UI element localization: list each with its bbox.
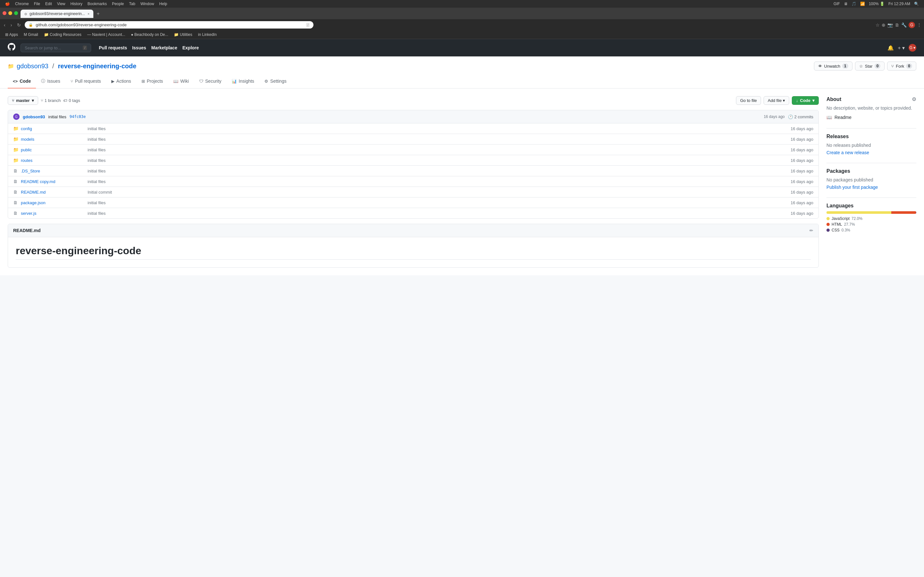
bookmark-utilities[interactable]: 📁 Utilities [171,32,195,37]
tab-settings[interactable]: ⚙ Settings [259,74,292,89]
github-search[interactable]: Search or jump to... / [21,44,91,52]
menu-edit[interactable]: Edit [45,2,52,6]
profile-icon[interactable]: G [909,22,915,28]
goto-file-button[interactable]: Go to file [736,96,761,105]
new-item-icon[interactable]: + ▾ [898,45,905,51]
file-time-models: 16 days ago [790,137,813,142]
menu-chrome[interactable]: Chrome [15,2,29,6]
commit-hash-link[interactable]: 94fc03e [69,114,86,119]
menu-history[interactable]: History [71,2,82,6]
bookmark-star-icon[interactable]: ☆ [876,23,880,27]
tab-wiki[interactable]: 📖 Wiki [168,74,194,89]
readme-edit-button[interactable]: ✏ [809,228,813,233]
nav-issues[interactable]: Issues [132,45,146,50]
bookmark-linkedin[interactable]: in LinkedIn [195,32,219,37]
menu-tab[interactable]: Tab [129,2,135,6]
file-name-public[interactable]: public [21,147,85,152]
tab-projects[interactable]: ⊞ Projects [136,74,168,89]
back-button[interactable]: ‹ [3,22,7,28]
macos-status-icons: GIF 🖥 🎵 📶 100% 🔋 Fri 12:29 AM 🔍 [834,2,919,6]
commit-count-link[interactable]: 🕐 2 commits [788,114,813,119]
file-name-readme-copy[interactable]: README copy.md [21,179,85,184]
macos-menubar: 🍎 Chrome File Edit View History Bookmark… [0,0,924,8]
reload-button[interactable]: ↻ [16,22,22,28]
about-title: About [827,97,841,102]
language-item-html[interactable]: HTML 27.7% [827,222,916,227]
minimize-window-button[interactable] [8,11,12,15]
star-count: 0 [875,63,881,69]
folder-icon: 📁 [13,147,18,152]
css-lang-name: CSS [832,228,840,232]
nav-marketplace[interactable]: Marketplace [152,45,178,50]
ext-icon-4[interactable]: 🔧 [901,23,907,27]
fork-button[interactable]: ⑂ Fork 0 [887,61,916,71]
tab-issues[interactable]: ⓘ Issues [36,74,65,89]
tab-insights[interactable]: 📊 Insights [226,74,259,89]
file-name-readme[interactable]: README.md [21,190,85,195]
file-row-models: 📁 models initial files 16 days ago [8,134,819,145]
tags-link[interactable]: 🏷 0 tags [63,98,80,103]
github-logo[interactable] [8,43,15,53]
file-name-server[interactable]: server.js [21,211,85,216]
readme-sidebar-link[interactable]: 📖 Readme [827,114,916,121]
tab-security[interactable]: 🛡 Security [194,74,227,89]
forward-button[interactable]: › [9,22,13,28]
search-slash: / [306,23,310,27]
file-name-routes[interactable]: routes [21,158,85,163]
language-item-css[interactable]: CSS 0.3% [827,228,916,232]
file-name-dsstore[interactable]: .DS_Store [21,169,85,173]
menu-bookmarks[interactable]: Bookmarks [87,2,107,6]
menu-people[interactable]: People [112,2,124,6]
menu-file[interactable]: File [34,2,40,6]
about-text: No description, website, or topics provi… [827,105,916,111]
branches-link[interactable]: ⑂ 1 branch [41,98,61,103]
file-name-config[interactable]: config [21,126,85,131]
ext-icon-1[interactable]: ⊕ [882,23,885,27]
commit-author-link[interactable]: gdobson93 [23,114,45,119]
about-settings-icon[interactable]: ⚙ [912,96,916,102]
add-file-button[interactable]: Add file ▾ [764,96,789,105]
bookmark-coding[interactable]: 📁 Coding Resources [41,32,84,37]
macos-menu-items: 🍎 Chrome File Edit View History Bookmark… [5,2,167,6]
active-tab[interactable]: ⊙ gdobson93/reverse-engineerin... × [21,10,94,18]
user-avatar[interactable]: G ▾ [909,44,916,52]
menu-view[interactable]: View [57,2,65,6]
nav-explore[interactable]: Explore [182,45,199,50]
bookmark-beachbody[interactable]: ● Beachbody on De... [128,32,171,37]
unwatch-button[interactable]: 👁 Unwatch 1 [814,61,853,71]
code-dropdown-button[interactable]: ↓ Code ▾ [792,96,819,105]
address-bar[interactable]: 🔒 github.com/gdobson93/reverse-engineeri… [25,21,313,29]
file-name-package[interactable]: package.json [21,200,85,205]
file-message-dsstore: initial files [87,169,788,173]
ext-icon-2[interactable]: 📷 [887,23,893,27]
commit-header: G gdobson93 initial files 94fc03e 16 day… [8,110,819,123]
code-dropdown-icon: ▾ [813,98,814,103]
publish-package-link[interactable]: Publish your first package [827,185,916,190]
menu-window[interactable]: Window [141,2,154,6]
tab-pull-requests[interactable]: ⑂ Pull requests [65,74,106,89]
ext-icon-3[interactable]: 🗎 [895,23,899,27]
ext-icon-5[interactable]: ⋮ [917,23,921,27]
star-button[interactable]: ☆ Star 0 [855,61,885,71]
repo-name-link[interactable]: reverse-engineering-code [58,63,137,70]
create-release-link[interactable]: Create a new release [827,150,916,155]
new-tab-button[interactable]: + [94,10,102,18]
bookmark-gmail[interactable]: M Gmail [21,32,41,37]
tab-close-button[interactable]: × [87,12,89,16]
bookmark-navient[interactable]: — Navient | Account... [85,32,128,37]
tab-actions[interactable]: ▶ Actions [106,74,136,89]
language-item-js[interactable]: JavaScript 72.0% [827,216,916,221]
nav-pull-requests[interactable]: Pull requests [99,45,127,50]
notifications-icon[interactable]: 🔔 [887,45,894,51]
close-window-button[interactable] [3,11,6,15]
branch-selector[interactable]: ⑂ master ▾ [8,96,38,105]
file-name-models[interactable]: models [21,137,85,142]
branch-stat-label: 1 branch [45,98,61,103]
menu-help[interactable]: Help [159,2,167,6]
apple-menu-icon[interactable]: 🍎 [5,2,10,6]
bookmark-apps[interactable]: ⊞ Apps [3,32,21,37]
fork-icon: ⑂ [891,64,894,69]
repo-owner-link[interactable]: gdobson93 [17,63,48,70]
tab-code[interactable]: <> Code [8,74,36,89]
maximize-window-button[interactable] [14,11,18,15]
